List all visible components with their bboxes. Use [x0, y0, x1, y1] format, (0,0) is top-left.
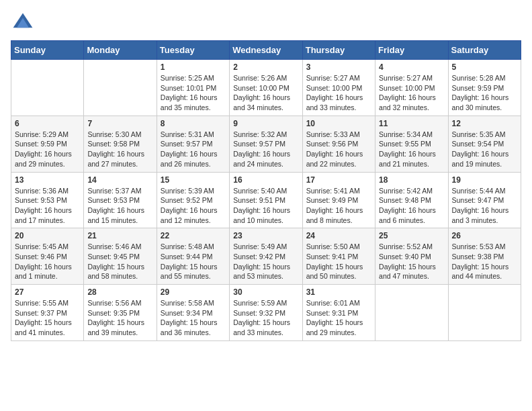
day-number: 9: [233, 119, 298, 128]
calendar-day: [11, 60, 84, 116]
day-info: Sunrise: 5:30 AM Sunset: 9:58 PM Dayligh…: [87, 130, 152, 169]
day-info: Sunrise: 5:31 AM Sunset: 9:57 PM Dayligh…: [161, 130, 226, 169]
calendar-day: 19Sunrise: 5:44 AM Sunset: 9:47 PM Dayli…: [448, 172, 521, 228]
day-number: 5: [452, 62, 517, 72]
day-number: 16: [233, 175, 298, 185]
day-number: 18: [379, 175, 444, 185]
day-number: 29: [161, 287, 226, 297]
day-number: 21: [87, 231, 152, 240]
day-info: Sunrise: 5:56 AM Sunset: 9:35 PM Dayligh…: [87, 298, 152, 338]
day-info: Sunrise: 5:55 AM Sunset: 9:37 PM Dayligh…: [15, 298, 80, 338]
calendar-day: 26Sunrise: 5:53 AM Sunset: 9:38 PM Dayli…: [448, 228, 521, 285]
day-info: Sunrise: 5:42 AM Sunset: 9:48 PM Dayligh…: [379, 186, 444, 226]
calendar-day: [448, 285, 521, 341]
calendar-day: 17Sunrise: 5:41 AM Sunset: 9:49 PM Dayli…: [302, 172, 375, 228]
day-info: Sunrise: 5:27 AM Sunset: 10:00 PM Daylig…: [306, 73, 371, 113]
day-info: Sunrise: 5:34 AM Sunset: 9:55 PM Dayligh…: [379, 130, 444, 169]
calendar-day: 11Sunrise: 5:34 AM Sunset: 9:55 PM Dayli…: [375, 116, 448, 172]
day-info: Sunrise: 5:44 AM Sunset: 9:47 PM Dayligh…: [452, 186, 517, 226]
day-info: Sunrise: 5:26 AM Sunset: 10:00 PM Daylig…: [233, 73, 298, 113]
day-number: 26: [452, 231, 517, 240]
day-number: 15: [161, 175, 226, 185]
day-info: Sunrise: 5:41 AM Sunset: 9:49 PM Dayligh…: [306, 186, 371, 226]
calendar-day: 14Sunrise: 5:37 AM Sunset: 9:53 PM Dayli…: [84, 172, 157, 228]
calendar-day: 24Sunrise: 5:50 AM Sunset: 9:41 PM Dayli…: [302, 228, 375, 285]
day-number: 13: [15, 175, 80, 185]
day-info: Sunrise: 5:53 AM Sunset: 9:38 PM Dayligh…: [452, 242, 517, 281]
calendar-day: 7Sunrise: 5:30 AM Sunset: 9:58 PM Daylig…: [84, 116, 157, 172]
day-number: 19: [452, 175, 517, 185]
calendar-day: 9Sunrise: 5:32 AM Sunset: 9:57 PM Daylig…: [230, 116, 302, 172]
weekday-header-sunday: Sunday: [11, 41, 84, 60]
weekday-header-tuesday: Tuesday: [157, 41, 229, 60]
calendar-day: 30Sunrise: 5:59 AM Sunset: 9:32 PM Dayli…: [230, 285, 302, 341]
day-number: 1: [161, 62, 226, 72]
calendar-day: 22Sunrise: 5:48 AM Sunset: 9:44 PM Dayli…: [157, 228, 229, 285]
day-number: 10: [306, 119, 371, 128]
day-info: Sunrise: 5:40 AM Sunset: 9:51 PM Dayligh…: [233, 186, 298, 226]
day-number: 27: [15, 287, 80, 297]
day-number: 30: [233, 287, 298, 297]
calendar-week-1: 1Sunrise: 5:25 AM Sunset: 10:01 PM Dayli…: [11, 60, 521, 116]
day-info: Sunrise: 5:52 AM Sunset: 9:40 PM Dayligh…: [379, 242, 444, 281]
calendar-week-3: 13Sunrise: 5:36 AM Sunset: 9:53 PM Dayli…: [11, 172, 521, 228]
calendar-day: 13Sunrise: 5:36 AM Sunset: 9:53 PM Dayli…: [11, 172, 84, 228]
day-info: Sunrise: 5:46 AM Sunset: 9:45 PM Dayligh…: [87, 242, 152, 281]
day-info: Sunrise: 5:59 AM Sunset: 9:32 PM Dayligh…: [233, 298, 298, 338]
day-info: Sunrise: 5:36 AM Sunset: 9:53 PM Dayligh…: [15, 186, 80, 226]
calendar: SundayMondayTuesdayWednesdayThursdayFrid…: [11, 40, 521, 341]
day-number: 28: [87, 287, 152, 297]
day-info: Sunrise: 6:01 AM Sunset: 9:31 PM Dayligh…: [306, 298, 371, 338]
weekday-header-friday: Friday: [375, 41, 448, 60]
calendar-day: 15Sunrise: 5:39 AM Sunset: 9:52 PM Dayli…: [157, 172, 229, 228]
day-info: Sunrise: 5:35 AM Sunset: 9:54 PM Dayligh…: [452, 130, 517, 169]
day-info: Sunrise: 5:37 AM Sunset: 9:53 PM Dayligh…: [87, 186, 152, 226]
day-info: Sunrise: 5:25 AM Sunset: 10:01 PM Daylig…: [161, 73, 226, 113]
calendar-day: 20Sunrise: 5:45 AM Sunset: 9:46 PM Dayli…: [11, 228, 84, 285]
day-info: Sunrise: 5:39 AM Sunset: 9:52 PM Dayligh…: [161, 186, 226, 226]
weekday-header-row: SundayMondayTuesdayWednesdayThursdayFrid…: [11, 41, 521, 60]
calendar-day: 25Sunrise: 5:52 AM Sunset: 9:40 PM Dayli…: [375, 228, 448, 285]
day-number: 14: [87, 175, 152, 185]
day-number: 17: [306, 175, 371, 185]
calendar-day: 21Sunrise: 5:46 AM Sunset: 9:45 PM Dayli…: [84, 228, 157, 285]
day-number: 6: [15, 119, 80, 128]
calendar-day: 8Sunrise: 5:31 AM Sunset: 9:57 PM Daylig…: [157, 116, 229, 172]
calendar-header: SundayMondayTuesdayWednesdayThursdayFrid…: [11, 41, 521, 60]
day-number: 20: [15, 231, 80, 240]
calendar-week-4: 20Sunrise: 5:45 AM Sunset: 9:46 PM Dayli…: [11, 228, 521, 285]
day-info: Sunrise: 5:28 AM Sunset: 9:59 PM Dayligh…: [452, 73, 517, 113]
day-number: 23: [233, 231, 298, 240]
calendar-day: [84, 60, 157, 116]
day-info: Sunrise: 5:33 AM Sunset: 9:56 PM Dayligh…: [306, 130, 371, 169]
calendar-day: 1Sunrise: 5:25 AM Sunset: 10:01 PM Dayli…: [157, 60, 229, 116]
day-number: 22: [161, 231, 226, 240]
day-info: Sunrise: 5:45 AM Sunset: 9:46 PM Dayligh…: [15, 242, 80, 281]
day-number: 4: [379, 62, 444, 72]
logo: [11, 11, 38, 35]
day-number: 31: [306, 287, 371, 297]
calendar-day: 3Sunrise: 5:27 AM Sunset: 10:00 PM Dayli…: [302, 60, 375, 116]
calendar-day: 5Sunrise: 5:28 AM Sunset: 9:59 PM Daylig…: [448, 60, 521, 116]
calendar-day: 4Sunrise: 5:27 AM Sunset: 10:00 PM Dayli…: [375, 60, 448, 116]
calendar-day: 2Sunrise: 5:26 AM Sunset: 10:00 PM Dayli…: [230, 60, 302, 116]
calendar-day: 23Sunrise: 5:49 AM Sunset: 9:42 PM Dayli…: [230, 228, 302, 285]
calendar-day: 10Sunrise: 5:33 AM Sunset: 9:56 PM Dayli…: [302, 116, 375, 172]
page-header: [11, 11, 521, 35]
day-info: Sunrise: 5:32 AM Sunset: 9:57 PM Dayligh…: [233, 130, 298, 169]
day-number: 2: [233, 62, 298, 72]
calendar-day: 6Sunrise: 5:29 AM Sunset: 9:59 PM Daylig…: [11, 116, 84, 172]
calendar-week-2: 6Sunrise: 5:29 AM Sunset: 9:59 PM Daylig…: [11, 116, 521, 172]
calendar-day: 27Sunrise: 5:55 AM Sunset: 9:37 PM Dayli…: [11, 285, 84, 341]
weekday-header-wednesday: Wednesday: [230, 41, 302, 60]
calendar-day: 28Sunrise: 5:56 AM Sunset: 9:35 PM Dayli…: [84, 285, 157, 341]
day-number: 8: [161, 119, 226, 128]
calendar-week-5: 27Sunrise: 5:55 AM Sunset: 9:37 PM Dayli…: [11, 285, 521, 341]
logo-icon: [11, 11, 35, 35]
day-info: Sunrise: 5:58 AM Sunset: 9:34 PM Dayligh…: [161, 298, 226, 338]
day-number: 7: [87, 119, 152, 128]
day-number: 24: [306, 231, 371, 240]
day-number: 25: [379, 231, 444, 240]
calendar-day: 16Sunrise: 5:40 AM Sunset: 9:51 PM Dayli…: [230, 172, 302, 228]
calendar-day: 12Sunrise: 5:35 AM Sunset: 9:54 PM Dayli…: [448, 116, 521, 172]
